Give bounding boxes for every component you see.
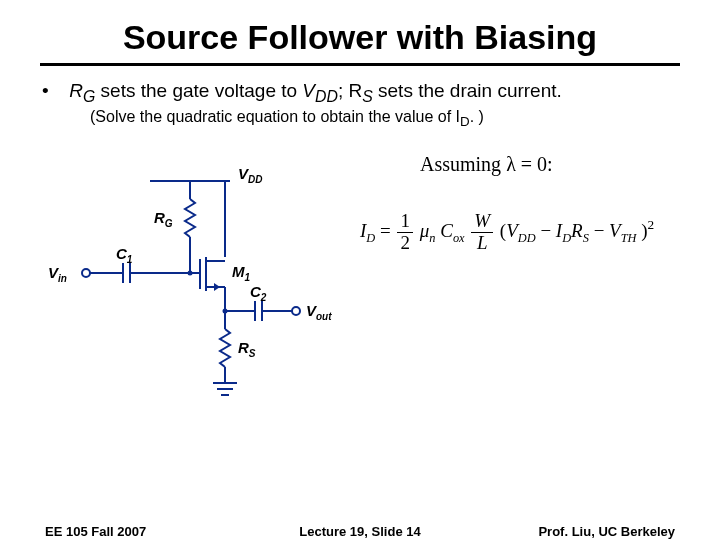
svg-text:Vin: Vin xyxy=(48,264,67,284)
svg-text:M1: M1 xyxy=(232,263,251,283)
bullet-subnote: (Solve the quadratic equation to obtain … xyxy=(90,108,670,129)
svg-point-27 xyxy=(82,269,90,277)
content-area: VDD RG C1 Vin M1 C2 Vout RS Assuming λ =… xyxy=(0,131,720,451)
bullet-1: RG sets the gate voltage to VDD; RS sets… xyxy=(50,80,670,106)
drain-current-equation: ID = 12 μn Cox WL (VDD − IDRS − VTH )2 xyxy=(360,211,654,254)
divider xyxy=(40,63,680,66)
svg-text:C1: C1 xyxy=(116,245,133,265)
svg-text:C2: C2 xyxy=(250,283,267,303)
bullet-list: RG sets the gate voltage to VDD; RS sets… xyxy=(50,80,670,129)
circuit-diagram: VDD RG C1 Vin M1 C2 Vout RS xyxy=(30,161,340,421)
svg-text:VDD: VDD xyxy=(238,165,262,185)
svg-text:RS: RS xyxy=(238,339,256,359)
svg-point-16 xyxy=(292,307,300,315)
footer-right: Prof. Liu, UC Berkeley xyxy=(538,524,675,539)
svg-text:RG: RG xyxy=(154,209,173,229)
slide-title: Source Follower with Biasing xyxy=(0,0,720,63)
svg-marker-9 xyxy=(214,283,220,291)
svg-text:Vout: Vout xyxy=(306,302,332,322)
assumption-text: Assuming λ = 0: xyxy=(420,153,553,176)
